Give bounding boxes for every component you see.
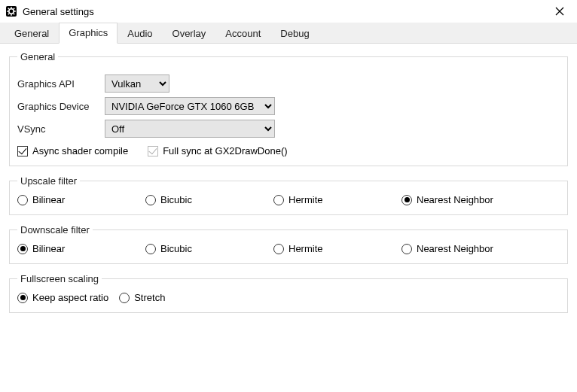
- async-shader-label: Async shader compile: [32, 145, 128, 156]
- close-button[interactable]: [542, 0, 577, 23]
- radio-upscale-bilinear[interactable]: Bilinear: [17, 194, 145, 205]
- svg-line-7: [14, 14, 14, 14]
- tab-debug[interactable]: Debug: [270, 23, 319, 44]
- gear-icon: [5, 5, 18, 18]
- content-area: General Graphics API Vulkan Graphics Dev…: [0, 44, 577, 330]
- radio-downscale-hermite[interactable]: Hermite: [273, 243, 401, 254]
- group-general-legend: General: [17, 51, 58, 62]
- checkbox-icon: [148, 146, 158, 156]
- radio-icon: [145, 195, 156, 205]
- svg-line-8: [14, 8, 14, 9]
- group-downscale-legend: Downscale filter: [17, 224, 93, 236]
- group-upscale-legend: Upscale filter: [17, 175, 80, 187]
- radio-icon: [401, 195, 412, 205]
- radio-downscale-nearest[interactable]: Nearest Neighbor: [401, 243, 530, 254]
- radio-fullscreen-stretch[interactable]: Stretch: [119, 292, 165, 303]
- svg-line-6: [8, 8, 9, 9]
- radio-icon: [119, 293, 130, 303]
- checkbox-icon: [17, 146, 28, 156]
- async-shader-checkbox[interactable]: Async shader compile: [17, 145, 128, 156]
- vsync-select[interactable]: Off: [105, 120, 275, 138]
- graphics-api-select[interactable]: Vulkan: [105, 74, 169, 93]
- radio-downscale-bilinear[interactable]: Bilinear: [17, 243, 145, 254]
- radio-upscale-bicubic[interactable]: Bicubic: [145, 194, 273, 205]
- tab-general[interactable]: General: [5, 23, 59, 44]
- group-fullscreen: Fullscreen scaling Keep aspect ratio Str…: [9, 273, 568, 313]
- titlebar: General settings: [0, 0, 577, 23]
- graphics-device-select[interactable]: NVIDIA GeForce GTX 1060 6GB: [105, 97, 275, 115]
- radio-downscale-bicubic[interactable]: Bicubic: [145, 243, 273, 254]
- svg-line-9: [8, 14, 9, 14]
- graphics-device-label: Graphics Device: [17, 101, 105, 112]
- tab-overlay[interactable]: Overlay: [163, 23, 216, 44]
- fullsync-label: Full sync at GX2DrawDone(): [163, 145, 287, 156]
- radio-icon: [17, 293, 28, 303]
- tab-graphics[interactable]: Graphics: [59, 23, 118, 44]
- graphics-api-label: Graphics API: [17, 78, 105, 90]
- window-title: General settings: [23, 6, 542, 17]
- radio-icon: [145, 244, 156, 254]
- group-downscale: Downscale filter Bilinear Bicubic Hermit…: [9, 224, 568, 264]
- vsync-label: VSync: [17, 123, 105, 135]
- radio-icon: [401, 244, 412, 254]
- tab-account[interactable]: Account: [215, 23, 270, 44]
- radio-upscale-hermite[interactable]: Hermite: [273, 194, 401, 205]
- tabstrip: General Graphics Audio Overlay Account D…: [0, 23, 577, 44]
- tab-audio[interactable]: Audio: [118, 23, 162, 44]
- radio-icon: [273, 195, 284, 205]
- close-icon: [555, 7, 564, 16]
- radio-fullscreen-keep[interactable]: Keep aspect ratio: [17, 292, 108, 303]
- radio-icon: [17, 195, 28, 205]
- radio-icon: [273, 244, 284, 254]
- radio-icon: [17, 244, 28, 254]
- group-general: General Graphics API Vulkan Graphics Dev…: [9, 51, 568, 166]
- radio-upscale-nearest[interactable]: Nearest Neighbor: [401, 194, 530, 205]
- group-fullscreen-legend: Fullscreen scaling: [17, 273, 102, 284]
- fullsync-checkbox: Full sync at GX2DrawDone(): [148, 145, 287, 156]
- group-upscale: Upscale filter Bilinear Bicubic Hermite …: [9, 175, 568, 215]
